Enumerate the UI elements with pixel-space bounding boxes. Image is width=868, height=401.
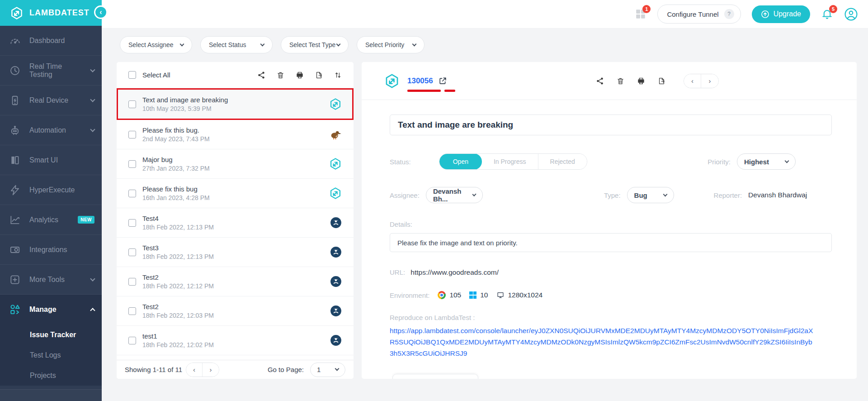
issue-row[interactable]: Test4 18th Feb 2022, 12:13 PM — [117, 208, 354, 238]
clock-icon — [9, 65, 22, 76]
url-value: https://www.goodreads.com/ — [410, 268, 499, 276]
user-avatar-icon — [330, 305, 342, 317]
sidebar-subitem-label: Test Logs — [30, 351, 61, 359]
details-input[interactable] — [390, 233, 832, 252]
next-issue-button[interactable]: › — [701, 74, 718, 88]
issue-row[interactable]: Test3 18th Feb 2022, 12:13 PM — [117, 238, 354, 267]
apps-grid-icon[interactable]: 1 — [635, 8, 646, 20]
main-content: Select Assignee Select Status Select Tes… — [102, 29, 868, 401]
topbar: 1 Configure Tunnel ? Upgrade 5 — [102, 0, 868, 29]
external-link-icon[interactable] — [439, 76, 447, 85]
issue-date: 18th Feb 2022, 12:12 PM — [142, 282, 214, 290]
configure-tunnel-button[interactable]: Configure Tunnel ? — [657, 5, 741, 24]
trash-icon[interactable] — [617, 77, 624, 85]
row-checkbox[interactable] — [128, 160, 136, 168]
sidebar-item-integrations[interactable]: Integrations — [0, 235, 102, 265]
select-assignee-dropdown[interactable]: Select Assignee — [120, 36, 192, 53]
sidebar-item-manage[interactable]: Manage — [0, 295, 102, 325]
status-in-progress-button[interactable]: In Progress — [482, 153, 538, 170]
sidebar-item-projects[interactable]: Projects — [0, 365, 102, 386]
sidebar-item-more-tools[interactable]: More Tools — [0, 265, 102, 295]
share-icon[interactable] — [257, 71, 265, 79]
issue-list: Text and image are breaking 10th May 202… — [117, 88, 354, 360]
brand-header: LAMBDATEST — [0, 0, 102, 26]
issue-row[interactable]: Test2 18th Feb 2022, 12:03 PM — [117, 296, 354, 326]
assignee-dropdown[interactable]: Devansh Bh... — [426, 187, 483, 203]
row-checkbox[interactable] — [128, 131, 136, 138]
upgrade-button[interactable]: Upgrade — [752, 5, 810, 23]
issue-row-selected[interactable]: Text and image are breaking 10th May 202… — [117, 88, 354, 120]
showing-count-label: Showing 1-11 of 11 — [125, 366, 182, 373]
lambdatest-logo-icon — [329, 187, 342, 200]
issue-row[interactable]: test1 18th Feb 2022, 12:02 PM — [117, 326, 354, 355]
chevron-down-icon — [472, 192, 476, 196]
sidebar-collapse-button[interactable]: ‹ — [94, 5, 108, 19]
sidebar-item-real-time-testing[interactable]: Real Time Testing — [0, 56, 102, 86]
sidebar: LAMBDATEST ‹ Dashboard Real Time Testing… — [0, 0, 102, 401]
select-all-checkbox[interactable] — [128, 71, 136, 79]
monitor-icon — [496, 291, 505, 299]
reproduce-link[interactable]: https://app.lambdatest.com/console/launc… — [390, 325, 815, 359]
next-page-button[interactable]: › — [203, 363, 219, 377]
row-checkbox[interactable] — [128, 219, 136, 227]
issue-row[interactable]: Test2 18th Feb 2022, 12:12 PM — [117, 267, 354, 296]
row-checkbox[interactable] — [128, 307, 136, 315]
issue-list-panel: Select All Text and image are breaking 1… — [117, 62, 354, 379]
row-checkbox[interactable] — [128, 100, 136, 108]
chevron-down-icon — [180, 42, 184, 46]
row-checkbox[interactable] — [128, 190, 136, 197]
chevron-down-icon — [785, 158, 789, 163]
sidebar-item-label: Real Time Testing — [29, 62, 83, 79]
trash-icon[interactable] — [277, 71, 284, 79]
issue-title-input[interactable] — [390, 115, 832, 135]
sidebar-item-smart-ui[interactable]: Smart UI — [0, 145, 102, 175]
priority-dropdown[interactable]: Highest — [737, 153, 796, 170]
sidebar-item-analytics[interactable]: Analytics NEW — [0, 205, 102, 235]
row-checkbox[interactable] — [128, 337, 136, 344]
select-priority-dropdown[interactable]: Select Priority — [357, 36, 425, 53]
share-icon[interactable] — [596, 77, 604, 85]
windows-icon — [469, 291, 476, 299]
sidebar-item-automation[interactable]: Automation — [0, 115, 102, 145]
help-icon[interactable]: ? — [724, 9, 734, 19]
type-label: Type: — [604, 191, 621, 199]
printer-icon[interactable] — [296, 71, 304, 79]
sidebar-subitem-label: Projects — [30, 372, 56, 380]
issue-row[interactable]: Please fix this bug. 2nd May 2023, 7:43 … — [117, 120, 354, 149]
issue-title: Please fix this bug. — [142, 126, 210, 134]
export-file-icon[interactable] — [658, 77, 665, 85]
issue-row-partial[interactable]: Test — [117, 355, 354, 360]
lightning-icon — [9, 184, 22, 196]
issue-row[interactable]: Major bug 27th Jan 2023, 7:32 PM — [117, 149, 354, 179]
assignee-value: Devansh Bh... — [433, 187, 472, 203]
filter-label: Select Test Type — [289, 41, 335, 48]
sidebar-item-hyperexecute[interactable]: HyperExecute — [0, 175, 102, 205]
select-test-type-dropdown[interactable]: Select Test Type — [281, 36, 349, 53]
sidebar-item-real-device[interactable]: Real Device — [0, 86, 102, 115]
issue-row[interactable]: Please fix this bug 16th Jan 2023, 4:28 … — [117, 179, 354, 208]
sidebar-item-issue-tracker[interactable]: Issue Tracker — [0, 325, 102, 345]
prev-issue-button[interactable]: ‹ — [684, 74, 701, 88]
export-file-icon[interactable] — [315, 71, 323, 79]
sort-icon[interactable] — [334, 71, 342, 79]
user-avatar-icon[interactable] — [844, 7, 858, 21]
status-rejected-button[interactable]: Rejected — [538, 153, 587, 170]
printer-icon[interactable] — [637, 77, 645, 85]
sidebar-item-dashboard[interactable]: Dashboard — [0, 26, 102, 56]
page-select-dropdown[interactable]: 1 — [310, 363, 345, 377]
type-value: Bug — [634, 191, 647, 199]
status-open-button[interactable]: Open — [439, 153, 482, 170]
issue-id-link[interactable]: 130056 — [407, 76, 433, 86]
sidebar-item-test-logs[interactable]: Test Logs — [0, 345, 102, 365]
sidebar-subitem-label: Issue Tracker — [30, 331, 76, 339]
type-dropdown[interactable]: Bug — [627, 187, 674, 203]
gauge-icon — [9, 35, 22, 47]
shapes-icon — [9, 304, 22, 315]
row-checkbox[interactable] — [128, 248, 136, 256]
prev-page-button[interactable]: ‹ — [186, 363, 203, 377]
page-value: 1 — [317, 366, 321, 373]
select-status-dropdown[interactable]: Select Status — [200, 36, 273, 53]
notifications-bell-icon[interactable]: 5 — [821, 8, 833, 20]
row-checkbox[interactable] — [128, 278, 136, 286]
url-label: URL: — [390, 268, 405, 276]
